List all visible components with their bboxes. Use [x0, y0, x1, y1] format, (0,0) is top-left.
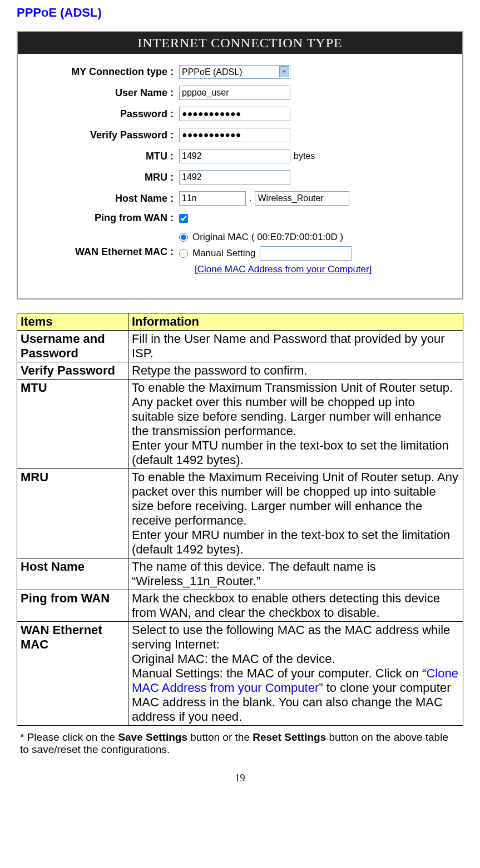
label-mtu: MTU :	[29, 151, 179, 162]
mru-input[interactable]	[179, 170, 290, 184]
table-row: WAN Ethernet MAC Select to use the follo…	[17, 622, 463, 726]
label-conn-type: MY Connection type :	[29, 66, 179, 78]
page-title: PPPoE (ADSL)	[17, 6, 463, 20]
connection-panel: INTERNET CONNECTION TYPE MY Connection t…	[17, 31, 463, 300]
label-password: Password :	[29, 108, 179, 120]
hostname-part2-input[interactable]	[255, 191, 349, 206]
info-table: Items Information Username and Password …	[17, 313, 463, 726]
manual-mac-label: Manual Setting	[192, 248, 255, 259]
original-mac-radio[interactable]	[179, 233, 188, 242]
mtu-input[interactable]	[179, 149, 290, 163]
label-verify-password: Verify Password :	[29, 129, 179, 141]
mtu-unit: bytes	[294, 151, 315, 161]
password-input[interactable]	[179, 107, 290, 121]
hostname-dot: .	[249, 193, 251, 203]
page-number: 19	[17, 772, 463, 784]
table-row: Ping from WAN Mark the checkbox to enabl…	[17, 590, 463, 622]
col-info: Information	[128, 313, 463, 331]
panel-header: INTERNET CONNECTION TYPE	[18, 32, 462, 54]
connection-type-select[interactable]: PPPoE (ADSL)	[179, 65, 290, 79]
table-row: MRU To enable the Maximum Receiving Unit…	[17, 469, 463, 558]
manual-mac-radio[interactable]	[179, 249, 188, 258]
label-host-name: Host Name :	[29, 193, 179, 204]
panel-body: MY Connection type : PPPoE (ADSL) User N…	[18, 54, 462, 298]
table-row: MTU To enable the Maximum Transmission U…	[17, 380, 463, 469]
label-mru: MRU :	[29, 172, 179, 183]
table-row: Username and Password Fill in the User N…	[17, 331, 463, 362]
label-user-name: User Name :	[29, 87, 179, 99]
label-ping-wan: Ping from WAN :	[29, 212, 179, 224]
original-mac-label: Original MAC ( 00:E0:7D:00:01:0D )	[192, 232, 343, 243]
col-items: Items	[17, 313, 128, 331]
ping-from-wan-checkbox[interactable]	[179, 214, 188, 223]
table-row: Host Name The name of this device. The d…	[17, 558, 463, 590]
verify-password-input[interactable]	[179, 128, 290, 142]
table-row: Verify Password Retype the password to c…	[17, 362, 463, 380]
username-input[interactable]	[179, 86, 290, 100]
manual-mac-input[interactable]	[260, 246, 352, 261]
hostname-part1-input[interactable]	[179, 191, 246, 206]
footnote: * Please click on the Save Settings butt…	[17, 731, 463, 756]
label-wan-mac: WAN Ethernet MAC :	[29, 232, 179, 258]
clone-mac-link[interactable]: [Clone MAC Address from your Computer]	[195, 264, 451, 275]
